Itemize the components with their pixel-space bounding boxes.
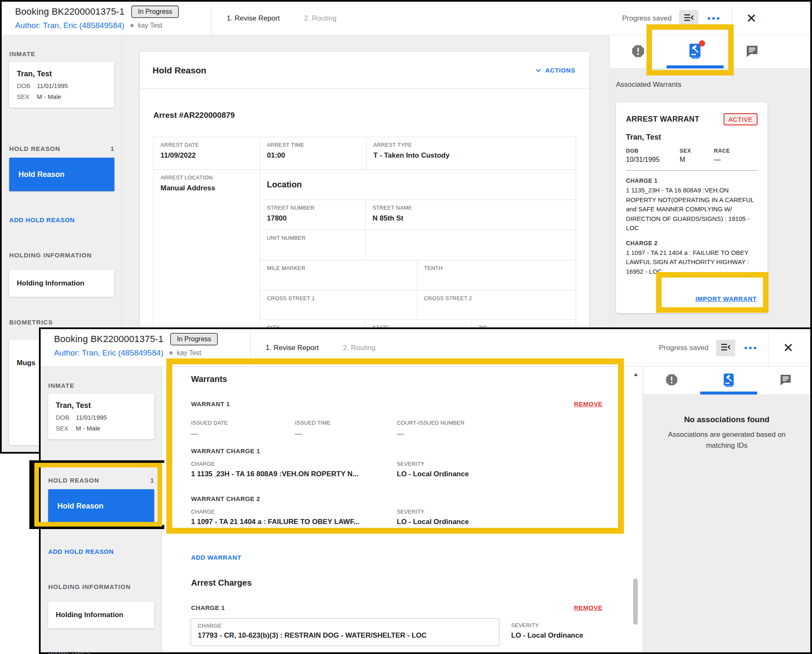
notification-dot	[699, 40, 705, 47]
charge-label: CHARGE	[191, 461, 215, 467]
step-revise-report[interactable]: 1. Revise Report	[266, 344, 319, 352]
charge-label: CHARGE	[191, 509, 215, 515]
no-associations-subtitle: Associations are generated based on matc…	[658, 429, 796, 452]
inmate-sex-value: M - Male	[76, 425, 100, 432]
arrest-time-field: ARREST TIME01:00	[260, 137, 367, 169]
workflow-stepper: 1. Revise Report 2. Routing	[266, 344, 375, 352]
header-vertical-divider	[768, 329, 769, 366]
warrant-charge1-value: 1 1135_23H - TA 16 808A9 :VEH.ON ROPERTY…	[191, 470, 358, 478]
collapse-menu-button[interactable]	[679, 10, 698, 27]
header-vertical-divider	[732, 2, 732, 35]
severity-label: SEVERITY	[511, 622, 539, 628]
associations-tabbar	[643, 367, 810, 395]
add-hold-reason-link[interactable]: ADD HOLD REASON	[48, 548, 154, 555]
arrest-date-field: ARREST DATE11/09/2022	[154, 137, 260, 169]
warrant-subject-name: Tran, Test	[626, 133, 758, 142]
inmate-dob-value: 11/01/1995	[76, 414, 107, 421]
arrest-charge-severity: LO - Local Ordinance	[511, 631, 583, 640]
warrant-race: RACE—	[714, 148, 730, 164]
tab-comments[interactable]	[724, 35, 781, 68]
hold-reason-count: 1	[111, 145, 114, 152]
arrest-type-field: ARREST TYPET - Taken Into Custody	[367, 137, 576, 169]
warrant-card-divider	[626, 170, 758, 171]
sidebar-item-holding-information[interactable]: Holding Information	[48, 602, 154, 628]
inmate-sex-value: M - Male	[37, 93, 61, 100]
close-button[interactable]: ✕	[746, 12, 757, 25]
tab-alerts[interactable]	[643, 367, 700, 394]
context-label: kay Test	[177, 349, 201, 357]
chevron-down-icon	[535, 67, 542, 74]
sidebar-item-hold-reason[interactable]: Hold Reason	[9, 158, 114, 191]
status-badge: In Progress	[131, 5, 179, 18]
booking-title: Booking BK2200001375-1	[15, 6, 124, 17]
holding-information-section-label: HOLDING INFORMATION	[48, 583, 154, 590]
no-associations-title: No associations found	[643, 415, 810, 424]
warrant-charge2-label: WARRANT CHARGE 2	[191, 495, 260, 502]
tab-warrants[interactable]	[667, 35, 724, 68]
collapse-menu-button[interactable]	[716, 340, 735, 356]
header-controls: Progress saved ✕	[659, 329, 810, 366]
mile-marker-field: MILE MARKER	[260, 260, 417, 290]
issued-time-label: ISSUED TIME	[295, 420, 331, 426]
import-warrant-link[interactable]: IMPORT WARRANT	[696, 295, 757, 302]
arrest-heading: Arrest #AR220000879	[153, 111, 576, 120]
warrant-charge2-value: 1 1097 - TA 21 1404 a : FAILURE TO OBEY …	[191, 518, 359, 526]
inmate-sex-label: SEX	[17, 93, 37, 100]
tab-alerts[interactable]	[610, 35, 667, 68]
scroll-up-arrow[interactable]: ▲	[633, 371, 639, 377]
associations-panel: No associations found Associations are g…	[643, 367, 810, 652]
active-tab-underline	[667, 65, 724, 68]
hold-reason-section-label: HOLD REASON1	[9, 145, 114, 152]
issued-date-label: ISSUED DATE	[191, 420, 228, 426]
severity-label: SEVERITY	[397, 509, 424, 515]
remove-warrant-link[interactable]: REMOVE	[574, 400, 603, 407]
actions-menu-button[interactable]: ACTIONS	[535, 67, 575, 74]
warrant-charge1-severity: LO - Local Ordinance	[397, 470, 469, 478]
panel-title: Hold Reason	[153, 65, 206, 75]
arrest-charge-input[interactable]: CHARGE 17793 - CR, 10-623(b)(3) : RESTRA…	[191, 618, 499, 646]
add-warrant-link[interactable]: ADD WARRANT	[191, 554, 241, 561]
step-routing: 2. Routing	[343, 344, 376, 352]
warrant-charge2-label: CHARGE 2	[626, 240, 758, 247]
warrant-sex: SEXM	[680, 148, 714, 164]
inmate-section-label: INMATE	[9, 50, 114, 57]
author-link[interactable]: Author: Tran, Eric (485849584)	[54, 348, 163, 358]
progress-saved-label: Progress saved	[659, 344, 709, 352]
collapse-menu-icon	[683, 12, 694, 24]
more-options-button[interactable]	[707, 17, 721, 20]
sidebar-item-holding-information[interactable]: Holding Information	[9, 270, 114, 297]
inmate-dob-value: 11/01/1995	[37, 82, 68, 89]
tab-comments[interactable]	[757, 367, 812, 394]
warrant-type-label: ARREST WARRANT	[626, 115, 699, 124]
biometrics-section-label: BIOMETRICS	[48, 650, 154, 654]
add-hold-reason-link[interactable]: ADD HOLD REASON	[9, 216, 114, 223]
alert-octagon-icon	[665, 373, 678, 388]
booking-title: Booking BK2200001375-1	[54, 334, 163, 345]
cross-street-2-field: CROSS STREET 2	[417, 291, 576, 319]
severity-label: SEVERITY	[397, 461, 424, 467]
booking-header: Booking BK2200001375-1 In Progress Autho…	[2, 2, 810, 35]
arrest-charge1-label: CHARGE 1	[191, 604, 225, 611]
booking-header: Booking BK2200001375-1 In Progress Autho…	[41, 329, 810, 367]
header-divider	[211, 2, 212, 35]
arrest-warrant-card: ARREST WARRANT ACTIVE Tran, Test DOB10/3…	[616, 102, 768, 313]
warrants-section-title: Warrants	[191, 374, 227, 384]
tab-warrants[interactable]	[700, 367, 757, 394]
screenshot-canvas: Booking BK2200001375-1 In Progress Autho…	[0, 0, 812, 654]
chat-icon	[779, 373, 792, 388]
author-link[interactable]: Author: Tran, Eric (485849584)	[15, 21, 124, 30]
street-number-field: STREET NUMBER17800	[260, 200, 366, 230]
close-button[interactable]: ✕	[783, 342, 794, 354]
dot-separator-icon	[130, 24, 134, 27]
charge-field-value: 17793 - CR, 10-623(b)(3) : RESTRAIN DOG …	[198, 631, 427, 640]
inmate-name: Tran, Test	[17, 70, 107, 78]
warrant-gavel-icon	[723, 373, 734, 389]
remove-charge-link[interactable]: REMOVE	[574, 604, 603, 611]
workflow-stepper: 1. Revise Report 2. Routing	[227, 14, 336, 23]
step-revise-report[interactable]: 1. Revise Report	[227, 14, 280, 23]
scrollbar-thumb[interactable]	[633, 579, 638, 625]
more-options-button[interactable]	[744, 347, 758, 349]
warrant-active-badge: ACTIVE	[724, 113, 758, 125]
inmate-card: Tran, Test DOB11/01/1995 SEXM - Male	[48, 394, 154, 439]
warrant-charge2-text: 1 1097 - TA 21 1404 a : FAILURE TO OBEY …	[626, 248, 758, 277]
